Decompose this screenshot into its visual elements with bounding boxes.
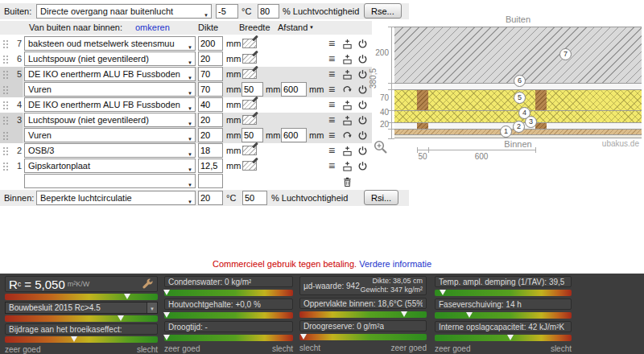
col-breedte: Breedte: [239, 23, 270, 32]
thickness-input[interactable]: [198, 128, 223, 142]
layer-row: 6 Luchtspouw (niet geventileerd) mm: [0, 51, 372, 67]
split-layer-icon[interactable]: [341, 114, 353, 126]
wood-stud: [417, 123, 428, 129]
thickness-input[interactable]: [198, 51, 223, 66]
layer-menu-icon[interactable]: [325, 53, 338, 65]
drag-handle-icon[interactable]: [3, 71, 5, 72]
material-select[interactable]: DE IKO enertherm ALU FB Fussboden: [24, 67, 196, 81]
pattern-edit-icon[interactable]: [242, 54, 257, 64]
split-layer-icon[interactable]: [341, 53, 353, 65]
material-select[interactable]: Gipskartonplaat: [24, 158, 196, 173]
pattern-edit-icon[interactable]: [242, 100, 257, 109]
wrench-icon[interactable]: [142, 278, 154, 290]
layer-menu-icon[interactable]: [325, 84, 338, 96]
results-col-moisture: Condenswater: 0 kg/m² Houtvochtgehalte: …: [164, 276, 293, 353]
chevron-down-icon: [147, 303, 157, 313]
opslag-box: Interne opslagcapaciteit: 42 kJ/m²K: [435, 321, 572, 332]
layer-marker: 7: [559, 48, 572, 60]
material-select[interactable]: Vuren: [24, 82, 196, 97]
layer-menu-icon[interactable]: [325, 160, 338, 172]
thickness-input[interactable]: [198, 113, 223, 127]
drag-handle-icon[interactable]: [3, 147, 5, 149]
thickness-input[interactable]: [198, 158, 223, 173]
material-select[interactable]: DE IKO enertherm ALU FB Fussboden: [24, 97, 196, 112]
mm-unit: mm: [309, 130, 324, 140]
buiten-humidity-input[interactable]: [258, 4, 279, 19]
material-select[interactable]: baksteen oud metselwerk steensmuu: [24, 36, 196, 51]
thickness-input[interactable]: [198, 67, 223, 81]
binnen-humidity-input[interactable]: [242, 191, 267, 205]
dim-total: 380,5: [369, 61, 378, 97]
zoom-icon[interactable]: [373, 139, 389, 155]
split-layer-icon[interactable]: [341, 38, 353, 50]
split-layer-icon[interactable]: [341, 68, 353, 80]
dim-600: 600: [465, 152, 497, 161]
thickness-input[interactable]: [198, 36, 223, 51]
thickness-input[interactable]: [198, 82, 223, 97]
pattern-edit-icon[interactable]: [242, 161, 257, 171]
material-select[interactable]: [24, 174, 196, 188]
rc-gauge: [5, 294, 158, 300]
drag-handle-icon[interactable]: [3, 40, 5, 42]
drag-handle-icon[interactable]: [3, 101, 5, 103]
drag-handle-icon[interactable]: [3, 163, 5, 164]
material-select[interactable]: Luchtspouw (niet geventileerd): [24, 51, 196, 66]
pattern-edit-icon[interactable]: [242, 39, 257, 48]
thickness-input[interactable]: [198, 174, 223, 188]
width-input[interactable]: [242, 128, 263, 142]
thickness-input[interactable]: [198, 97, 223, 112]
material-select[interactable]: OSB/3: [24, 143, 196, 158]
pattern-edit-icon[interactable]: [242, 69, 257, 79]
distance-input[interactable]: [281, 82, 307, 97]
drag-handle-icon[interactable]: [3, 132, 5, 134]
buiten-condition-select[interactable]: Directe overgang naar buitenlucht: [36, 4, 212, 19]
mud-dikte-box: µd-waarde: 9423 m Dikte: 38,05 cmGewicht…: [299, 276, 427, 295]
trash-icon[interactable]: [341, 175, 353, 187]
binnen-condition-select[interactable]: Beperkte luchtcirculatie: [36, 191, 196, 205]
layer-row: 4 DE IKO enertherm ALU FB Fussboden mm: [0, 97, 372, 113]
omkeren-link[interactable]: omkeren: [135, 23, 170, 32]
mm-unit: mm: [226, 161, 241, 171]
pattern-edit-icon[interactable]: [242, 146, 257, 155]
droogtijd-box: Droogtijd: -: [164, 321, 293, 332]
rotate-icon[interactable]: [341, 84, 353, 96]
pattern-edit-icon[interactable]: [242, 115, 257, 125]
buiten-row: Buiten: Directe overgang naar buitenluch…: [0, 3, 409, 19]
humidity-label: % Luchtvochtigheid: [283, 6, 359, 16]
col-afstand-dropdown[interactable]: Afstand: [278, 23, 314, 32]
split-layer-icon[interactable]: [341, 145, 353, 157]
oppervlakte-box: Oppervlakte binnen: 18,6°C (55%): [299, 298, 427, 309]
buiten-temp-input[interactable]: [216, 4, 238, 19]
layer-subrow: Vuren mm mm mm: [0, 82, 372, 97]
drag-handle-icon[interactable]: [3, 117, 5, 118]
split-layer-icon[interactable]: [341, 160, 353, 172]
drag-handle-icon[interactable]: [3, 56, 5, 57]
rsi-button[interactable]: Rsi...: [364, 190, 398, 205]
dim-200: 200: [373, 48, 389, 57]
layer-menu-icon[interactable]: [325, 130, 338, 142]
notice-link[interactable]: Verdere informatie: [359, 259, 431, 269]
layer-marker: 3: [525, 116, 537, 128]
layer-subrow: Vuren mm mm mm: [0, 128, 372, 143]
humidity-label: % Luchtvochtigheid: [271, 193, 348, 203]
material-select[interactable]: Vuren: [24, 128, 196, 142]
scale-labels: zeer goedslecht: [435, 344, 572, 353]
rotate-icon[interactable]: [341, 130, 353, 142]
distance-input[interactable]: [281, 128, 307, 142]
layer-menu-icon[interactable]: [325, 114, 338, 126]
width-input[interactable]: [242, 82, 263, 97]
thickness-input[interactable]: [198, 143, 223, 158]
header-title: Van buiten naar binnen:: [29, 23, 122, 32]
binnen-temp-input[interactable]: [198, 191, 223, 205]
wood-stud: [535, 123, 547, 129]
bouwbesluit-select[interactable]: Bouwbesluit 2015 Rc>4.5: [5, 302, 158, 314]
layer-menu-icon[interactable]: [325, 68, 338, 80]
drag-handle-icon[interactable]: [3, 86, 5, 88]
material-select[interactable]: Luchtspouw (niet geventileerd): [24, 113, 196, 127]
layer-menu-icon[interactable]: [325, 145, 338, 157]
col-dikte: Dikte: [198, 23, 218, 32]
split-layer-icon[interactable]: [341, 99, 353, 111]
layer-menu-icon[interactable]: [325, 99, 338, 111]
wood-stud: [417, 90, 428, 110]
layer-menu-icon[interactable]: [325, 38, 338, 50]
